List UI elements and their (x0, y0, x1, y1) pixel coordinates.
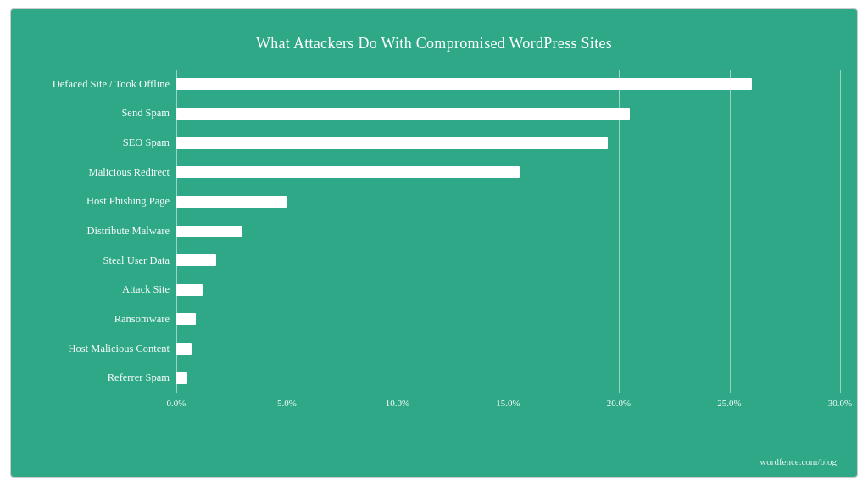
y-label: Host Malicious Content (28, 334, 170, 364)
y-label: Attack Site (28, 275, 170, 304)
x-tick: 5.0% (277, 398, 297, 408)
y-label: Distribute Malware (28, 216, 170, 246)
bar-row (176, 70, 840, 99)
bar (176, 108, 630, 120)
y-label: Ransomware (28, 304, 170, 334)
bar (176, 166, 520, 178)
grid-line (840, 70, 841, 393)
bar-row (176, 128, 840, 158)
x-axis: 0.0%5.0%10.0%15.0%20.0%25.0%30.0% (176, 393, 840, 418)
x-tick: 30.0% (828, 398, 852, 408)
bar (176, 284, 203, 296)
bar (176, 196, 287, 208)
bar-row (176, 99, 840, 129)
bar-row (176, 158, 840, 187)
bar (176, 313, 196, 325)
bar (176, 254, 216, 266)
bars-area: 0.0%5.0%10.0%15.0%20.0%25.0%30.0% (176, 70, 840, 418)
bars-rows (176, 70, 840, 393)
bar-row (176, 246, 840, 276)
y-label: SEO Spam (28, 128, 170, 158)
chart-container: What Attackers Do With Compromised WordP… (10, 8, 858, 478)
bar-row (176, 304, 840, 334)
x-tick: 15.0% (496, 398, 520, 408)
bar-row (176, 216, 840, 246)
y-label: Send Spam (28, 99, 170, 129)
bar (176, 78, 752, 90)
bar (176, 226, 242, 237)
bar (176, 343, 192, 355)
y-labels: Defaced Site / Took OfflineSend SpamSEO … (28, 70, 176, 418)
y-label: Defaced Site / Took Offline (28, 70, 170, 99)
y-label: Host Phishing Page (28, 187, 170, 217)
x-tick: 10.0% (386, 398, 409, 408)
grid-and-bars (176, 70, 840, 393)
bar-row (176, 275, 840, 304)
bar-row (176, 187, 840, 217)
x-tick: 0.0% (167, 398, 186, 408)
y-label: Steal User Data (28, 246, 170, 276)
x-tick: 20.0% (607, 398, 631, 408)
bar-row (176, 363, 840, 393)
x-tick: 25.0% (717, 398, 741, 408)
bar-row (176, 334, 840, 364)
chart-title: What Attackers Do With Compromised WordP… (28, 35, 840, 53)
bar (176, 137, 608, 149)
bar (176, 372, 187, 384)
chart-area: Defaced Site / Took OfflineSend SpamSEO … (28, 70, 840, 418)
y-label: Referrer Spam (28, 363, 170, 393)
watermark: wordfence.com/blog (760, 456, 837, 466)
y-label: Malicious Redirect (28, 158, 170, 187)
